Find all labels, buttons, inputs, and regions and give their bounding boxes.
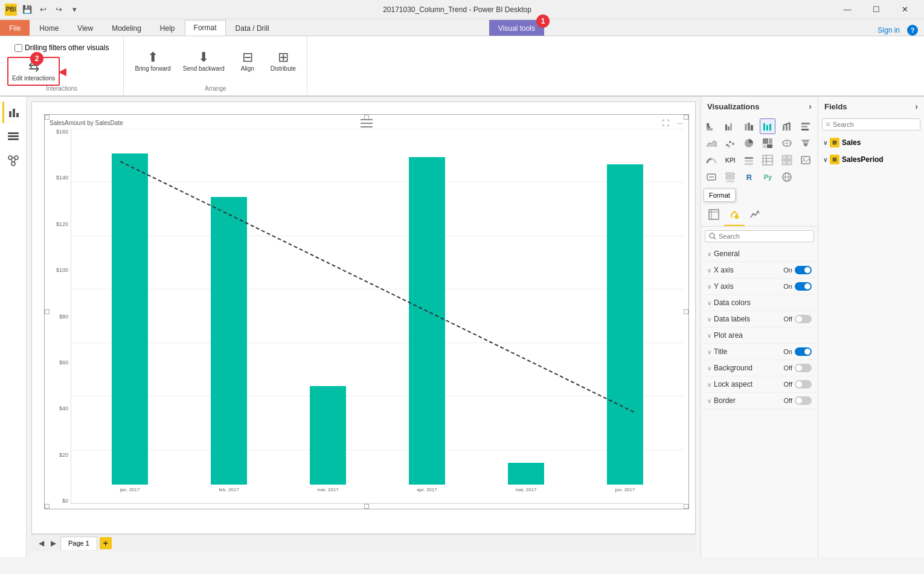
- datalabels-toggle[interactable]: Off: [784, 315, 812, 323]
- viz-py-icon[interactable]: Py: [760, 169, 775, 185]
- viz-pie-icon[interactable]: [741, 135, 757, 151]
- page-prev-button[interactable]: ◀: [36, 538, 46, 548]
- handle-right-mid[interactable]: [684, 309, 688, 314]
- format-item-datalabels[interactable]: ∨ Data labels Off: [702, 311, 817, 327]
- format-item-yaxis[interactable]: ∨ Y axis On: [702, 279, 817, 295]
- send-backward-button[interactable]: ⬇ Send backward: [179, 48, 228, 75]
- title-toggle[interactable]: On: [783, 347, 812, 356]
- chart-expand-icon[interactable]: ⛶: [659, 117, 672, 129]
- field-group-salesperiod-header[interactable]: ∨ ⊞ SalesPeriod: [821, 152, 922, 167]
- drilling-filters-checkbox[interactable]: [14, 44, 22, 52]
- maximize-button[interactable]: ☐: [862, 0, 890, 19]
- tab-data-drill[interactable]: Data / Drill: [226, 20, 278, 36]
- viz-tab-analytics[interactable]: [745, 205, 765, 226]
- viz-stacked-col-icon[interactable]: [741, 118, 757, 134]
- chart-hamburger-icon[interactable]: [362, 117, 371, 129]
- yaxis-toggle-track[interactable]: [795, 282, 812, 291]
- page-add-button[interactable]: +: [100, 537, 112, 549]
- viz-panel-expand-icon[interactable]: ›: [809, 102, 812, 111]
- viz-map-icon[interactable]: [779, 135, 795, 151]
- viz-tab-format[interactable]: [724, 205, 745, 226]
- tab-modeling[interactable]: Modeling: [103, 20, 150, 36]
- viz-globe-icon[interactable]: [779, 169, 795, 185]
- viz-matrix-icon[interactable]: [779, 152, 795, 168]
- canvas-inner[interactable]: ⛶ ··· SalesAmount by SalesDate $160 $140…: [31, 102, 696, 534]
- viz-scatter-icon[interactable]: [722, 135, 738, 151]
- background-toggle[interactable]: Off: [784, 364, 812, 372]
- help-button[interactable]: ?: [907, 25, 918, 36]
- viz-treemap-icon[interactable]: [760, 135, 775, 151]
- handle-top-left[interactable]: [45, 115, 50, 120]
- viz-bar-chart-icon[interactable]: [798, 118, 813, 134]
- viz-gauge-icon[interactable]: [704, 152, 719, 168]
- viz-card-icon[interactable]: [704, 169, 719, 185]
- viz-clustered-bar-icon[interactable]: [722, 118, 738, 134]
- left-nav-report[interactable]: [2, 102, 24, 123]
- signin-button[interactable]: Sign in: [875, 25, 902, 36]
- field-group-sales-header[interactable]: ∨ ⊞ Sales: [821, 135, 922, 150]
- page-next-button[interactable]: ▶: [48, 538, 58, 548]
- redo-icon[interactable]: ↪: [52, 3, 65, 16]
- fields-search-input[interactable]: [833, 121, 916, 128]
- title-toggle-track[interactable]: [795, 347, 812, 356]
- format-item-lockaspect[interactable]: ∨ Lock aspect Off: [702, 376, 817, 393]
- format-item-plotarea[interactable]: ∨ Plot area: [702, 327, 817, 344]
- border-toggle[interactable]: Off: [784, 396, 812, 405]
- xaxis-toggle-track[interactable]: [795, 266, 812, 274]
- lockaspect-toggle[interactable]: Off: [784, 380, 812, 389]
- handle-bottom-right[interactable]: [684, 504, 688, 509]
- tab-view[interactable]: View: [68, 20, 102, 36]
- viz-image-icon[interactable]: [798, 152, 813, 168]
- fields-expand-icon[interactable]: ›: [915, 102, 918, 111]
- tab-file[interactable]: File: [0, 20, 30, 36]
- viz-multirow-icon[interactable]: [722, 169, 738, 185]
- background-toggle-track[interactable]: [795, 364, 812, 372]
- save-icon[interactable]: 💾: [21, 3, 34, 16]
- tab-home[interactable]: Home: [30, 20, 68, 36]
- lockaspect-toggle-track[interactable]: [795, 380, 812, 389]
- border-toggle-track[interactable]: [795, 396, 812, 405]
- left-nav-model[interactable]: [2, 150, 24, 172]
- chart-visual[interactable]: ⛶ ··· SalesAmount by SalesDate $160 $140…: [44, 114, 689, 509]
- format-item-general[interactable]: ∨ General: [702, 246, 817, 262]
- distribute-button[interactable]: ⊞ Distribute: [267, 48, 300, 75]
- quick-access-more-icon[interactable]: ▾: [68, 3, 81, 16]
- viz-table-icon[interactable]: [760, 152, 775, 168]
- viz-funnel-icon[interactable]: [798, 135, 813, 151]
- viz-slicer-icon[interactable]: [741, 152, 757, 168]
- tab-visual-tools[interactable]: Visual tools 1: [489, 20, 544, 36]
- align-button[interactable]: ⊟ Align: [233, 48, 262, 75]
- svg-rect-23: [766, 125, 768, 131]
- viz-stacked-bar-icon[interactable]: [704, 118, 719, 134]
- viz-kpi-icon[interactable]: KPI: [722, 152, 738, 168]
- drilling-filters-checkbox-row[interactable]: Drilling filters other visuals: [7, 41, 116, 54]
- handle-bottom-mid[interactable]: [364, 504, 369, 509]
- viz-column-chart-icon[interactable]: [760, 118, 775, 134]
- minimize-button[interactable]: —: [833, 0, 861, 19]
- format-search-input[interactable]: [719, 233, 810, 240]
- yaxis-toggle[interactable]: On: [783, 282, 812, 291]
- handle-bottom-left[interactable]: [45, 504, 50, 509]
- format-item-title[interactable]: ∨ Title On: [702, 344, 817, 360]
- chart-more-icon[interactable]: ···: [674, 117, 686, 129]
- viz-tab-fields[interactable]: [704, 205, 724, 226]
- undo-icon[interactable]: ↩: [36, 3, 50, 16]
- viz-area-icon[interactable]: [704, 135, 719, 151]
- tab-format[interactable]: Format: [185, 20, 226, 36]
- tab-help[interactable]: Help: [151, 20, 184, 36]
- datalabels-toggle-track[interactable]: [795, 315, 812, 323]
- fields-search[interactable]: [822, 118, 920, 131]
- format-item-datacolors[interactable]: ∨ Data colors: [702, 295, 817, 311]
- format-item-background[interactable]: ∨ Background Off: [702, 360, 817, 376]
- viz-line-col-icon[interactable]: [779, 118, 795, 134]
- format-item-border[interactable]: ∨ Border Off: [702, 393, 817, 409]
- handle-left-mid[interactable]: [45, 309, 50, 314]
- page-tab-1[interactable]: Page 1: [60, 537, 97, 550]
- left-nav-data[interactable]: [2, 126, 24, 147]
- close-button[interactable]: ✕: [891, 0, 919, 19]
- format-search[interactable]: [705, 230, 814, 242]
- bring-forward-button[interactable]: ⬆ Bring forward: [131, 48, 174, 75]
- viz-r-icon[interactable]: R: [741, 169, 757, 185]
- format-item-xaxis[interactable]: ∨ X axis On: [702, 262, 817, 279]
- xaxis-toggle[interactable]: On: [783, 266, 812, 274]
